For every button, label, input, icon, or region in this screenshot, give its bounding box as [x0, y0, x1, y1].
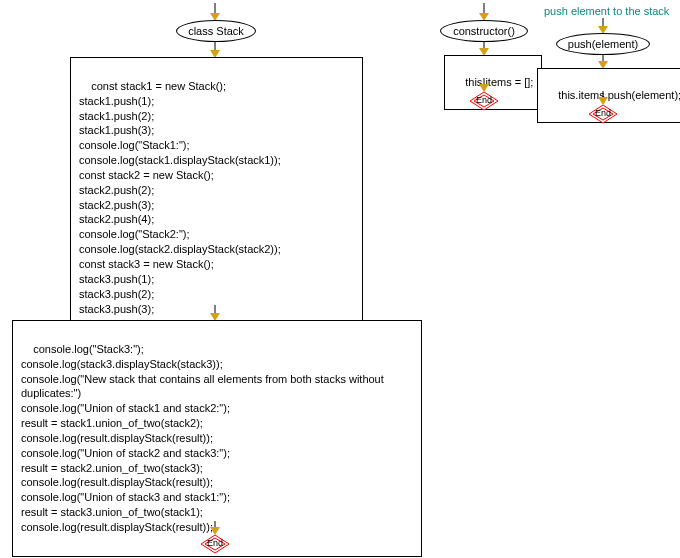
constructor-label: constructor()	[453, 25, 515, 37]
class-stack-ellipse: class Stack	[176, 20, 256, 42]
end-label-2: End	[476, 95, 492, 105]
code-block-1-text: const stack1 = new Stack(); stack1.push(…	[79, 80, 281, 315]
end-flow3: End	[588, 104, 618, 130]
push-body-text: this.items.push(element);	[558, 89, 680, 101]
code-block-1: const stack1 = new Stack(); stack1.push(…	[70, 57, 363, 338]
arrow-flow2-ellipse-to-rect	[478, 42, 490, 56]
constructor-ellipse: constructor()	[440, 20, 528, 42]
arrow-flow3-ellipse-to-rect	[597, 55, 609, 69]
push-comment-text: push element to the stack	[544, 5, 669, 17]
class-stack-label: class Stack	[188, 25, 244, 37]
push-ellipse: push(element)	[556, 33, 650, 55]
push-label: push(element)	[568, 38, 638, 50]
end-label-3: End	[595, 108, 611, 118]
push-comment: push element to the stack	[544, 5, 669, 17]
arrow-flow2-rect-to-end	[478, 78, 490, 92]
arrow-flow1-ellipse-to-block1	[209, 42, 221, 58]
arrow-flow1-top	[209, 3, 221, 21]
arrow-flow3-top	[597, 18, 609, 34]
end-flow1: End	[200, 534, 230, 558]
arrow-flow1-block2-to-end	[209, 521, 221, 535]
arrow-flow1-block1-to-block2	[209, 305, 221, 321]
end-flow2: End	[469, 91, 499, 117]
code-block-2-text: console.log("Stack3:"); console.log(stac…	[21, 343, 384, 533]
constructor-body-text: this.items = [];	[465, 76, 533, 88]
arrow-flow3-rect-to-end	[597, 91, 609, 105]
arrow-flow2-top	[478, 3, 490, 21]
end-label-1: End	[207, 538, 223, 548]
